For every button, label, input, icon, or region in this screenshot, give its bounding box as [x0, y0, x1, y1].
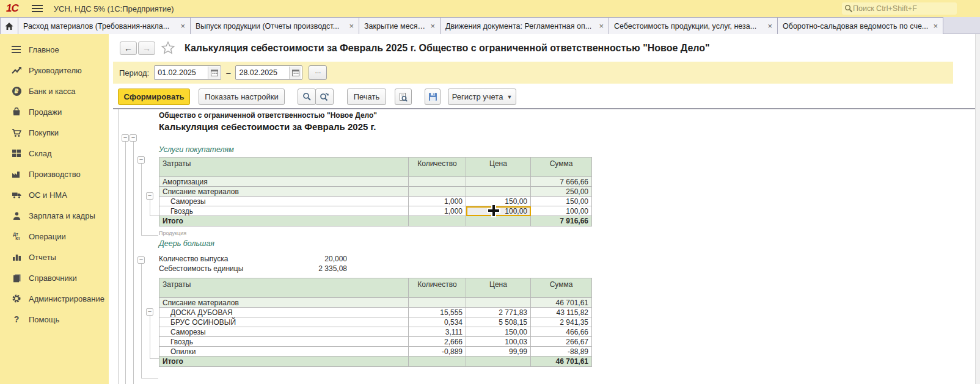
collapse-button[interactable]: −	[137, 256, 145, 264]
cost-table-product[interactable]: Затраты Количество Цена Сумма Списание м…	[159, 278, 592, 367]
sidebar-item-pomosch[interactable]: ? Помощь	[0, 309, 109, 330]
table-row[interactable]: Саморезы 3,111 150,00 466,66	[159, 327, 592, 337]
price-cell[interactable]: 150,00	[466, 327, 531, 337]
sidebar-item-bank-i-kassa[interactable]: ₽ Банк и касса	[0, 81, 109, 101]
price-cell[interactable]: 100,03	[466, 337, 531, 347]
tab-close-icon[interactable]: ×	[933, 22, 938, 30]
table-row[interactable]: Гвоздь 2,666 100,03 266,67	[159, 337, 592, 347]
show-settings-button[interactable]: Показать настройки	[199, 89, 285, 105]
cost-name-cell[interactable]: Списание материалов	[159, 298, 409, 308]
forward-button[interactable]: →	[138, 42, 155, 55]
period-from-input[interactable]	[158, 68, 207, 77]
find-next-button[interactable]	[315, 89, 334, 105]
sidebar-item-otchety[interactable]: Отчеты	[0, 247, 109, 267]
calendar-button[interactable]	[208, 67, 220, 79]
vertical-scrollbar[interactable]	[975, 34, 980, 384]
cost-name-cell[interactable]: Гвоздь	[159, 337, 409, 347]
sidebar-item-spravochniki[interactable]: Справочники	[0, 267, 109, 288]
table-row[interactable]: Списание материалов 46 701,61	[159, 298, 592, 308]
cost-table-services[interactable]: Затраты Количество Цена Сумма Амортизаци…	[159, 157, 592, 226]
table-row[interactable]: Амортизация 7 666,66	[159, 177, 592, 187]
sidebar-item-operacii[interactable]: ДтКт Операции	[0, 226, 109, 247]
collapse-button[interactable]: −	[146, 308, 153, 316]
sum-cell[interactable]: 7 666,66	[531, 177, 592, 187]
sidebar-item-proizvodstvo[interactable]: Производство	[0, 164, 109, 184]
sum-cell[interactable]: 46 701,61	[531, 298, 592, 308]
tab-close-icon[interactable]: ×	[349, 22, 354, 30]
price-cell[interactable]: 5 508,15	[466, 317, 531, 327]
cost-name-cell[interactable]: Амортизация	[159, 177, 409, 187]
sidebar-item-glavnoe[interactable]: Главное	[0, 39, 109, 60]
qty-cell[interactable]: 1,000	[409, 197, 466, 206]
sidebar-item-prodazhi[interactable]: Продажи	[0, 101, 109, 122]
sidebar-item-zarplata-i-kadry[interactable]: Зарплата и кадры	[0, 205, 109, 226]
calendar-button[interactable]	[289, 67, 301, 79]
cost-name-cell[interactable]: Саморезы	[159, 197, 409, 206]
tab-rashod-materialov[interactable]: Расход материалов (Требования-накла... ×	[18, 17, 191, 34]
table-row[interactable]: ДОСКА ДУБОВАЯ 15,555 2 771,83 43 115,82	[159, 308, 592, 317]
home-tab[interactable]	[0, 17, 18, 34]
sum-cell[interactable]: 100,00	[531, 206, 592, 216]
sum-cell[interactable]: 466,66	[531, 327, 592, 337]
price-cell[interactable]: 2 771,83	[466, 308, 531, 317]
tab-close-icon[interactable]: ×	[767, 22, 772, 30]
qty-cell[interactable]	[409, 298, 466, 308]
tab-dvizheniya-dokumenta[interactable]: Движения документа: Регламентная оп... ×	[440, 17, 609, 34]
find-button[interactable]	[298, 89, 316, 105]
table-row[interactable]: Гвоздь 1,000 100,00 100,00	[159, 206, 592, 216]
cost-name-cell[interactable]: БРУС ОСИНОВЫЙ	[159, 317, 409, 327]
tab-oborotno-saldovaya[interactable]: Оборотно-сальдовая ведомость по сче... ×	[777, 17, 943, 34]
tab-vypusk-produkcii[interactable]: Выпуск продукции (Отчеты производст... ×	[190, 17, 359, 34]
tab-zakrytie-mesyaca[interactable]: Закрытие месяца ×	[359, 17, 441, 34]
sum-cell[interactable]: -88,89	[531, 347, 592, 357]
period-from-field[interactable]	[154, 65, 221, 80]
table-row[interactable]: Опилки -0,889 99,99 -88,89	[159, 347, 592, 357]
global-search[interactable]	[842, 2, 957, 15]
sum-cell[interactable]: 2 941,35	[531, 317, 592, 327]
price-cell[interactable]	[466, 187, 531, 197]
price-cell[interactable]	[466, 177, 531, 187]
tab-close-icon[interactable]: ×	[599, 22, 604, 30]
collapse-button[interactable]: −	[137, 156, 145, 164]
sidebar-item-rukovoditelyu[interactable]: Руководителю	[0, 60, 109, 81]
cost-name-cell[interactable]: ДОСКА ДУБОВАЯ	[159, 308, 409, 317]
qty-cell[interactable]: 0,534	[409, 317, 466, 327]
table-row[interactable]: БРУС ОСИНОВЫЙ 0,534 5 508,15 2 941,35	[159, 317, 592, 327]
cost-name-cell[interactable]: Гвоздь	[159, 206, 409, 216]
qty-cell[interactable]: 2,666	[409, 337, 466, 347]
cost-name-cell[interactable]: Саморезы	[159, 327, 409, 337]
generate-button[interactable]: Сформировать	[118, 89, 190, 105]
table-row[interactable]: Списание материалов 250,00	[159, 187, 592, 197]
table-row[interactable]: Саморезы 1,000 150,00 150,00	[159, 197, 592, 206]
sidebar-item-os-i-nma[interactable]: ОС и НМА	[0, 184, 109, 205]
tab-close-icon[interactable]: ×	[430, 22, 435, 30]
period-to-field[interactable]	[235, 65, 302, 80]
period-to-input[interactable]	[239, 68, 288, 77]
favorite-star-icon[interactable]	[160, 40, 176, 56]
sum-cell[interactable]: 250,00	[531, 187, 592, 197]
sidebar-item-pokupki[interactable]: Покупки	[0, 122, 109, 143]
price-cell[interactable]	[466, 298, 531, 308]
tab-close-icon[interactable]: ×	[180, 22, 185, 30]
main-menu-icon[interactable]	[32, 5, 43, 12]
sum-cell[interactable]: 43 115,82	[531, 308, 592, 317]
print-button[interactable]: Печать	[347, 89, 386, 105]
price-cell[interactable]: 99,99	[466, 347, 531, 357]
collapse-button[interactable]: −	[146, 192, 153, 200]
period-options-button[interactable]: ...	[309, 65, 327, 80]
collapse-button[interactable]: −	[130, 134, 137, 142]
table-total-row[interactable]: Итого 7 916,66	[159, 216, 592, 226]
tab-sebestoimost[interactable]: Себестоимость продукции, услуг, неза... …	[609, 17, 778, 34]
qty-cell[interactable]: 15,555	[409, 308, 466, 317]
sum-cell[interactable]: 266,67	[531, 337, 592, 347]
sidebar-item-sklad[interactable]: Склад	[0, 143, 109, 164]
sidebar-item-administrirovanie[interactable]: Администрирование	[0, 288, 109, 309]
qty-cell[interactable]	[409, 187, 466, 197]
cost-name-cell[interactable]: Списание материалов	[159, 187, 409, 197]
collapse-button[interactable]: −	[122, 134, 129, 142]
qty-cell[interactable]: 3,111	[409, 327, 466, 337]
cost-name-cell[interactable]: Опилки	[159, 347, 409, 357]
search-input[interactable]	[853, 4, 951, 13]
sum-cell[interactable]: 150,00	[531, 197, 592, 206]
qty-cell[interactable]: 1,000	[409, 206, 466, 216]
